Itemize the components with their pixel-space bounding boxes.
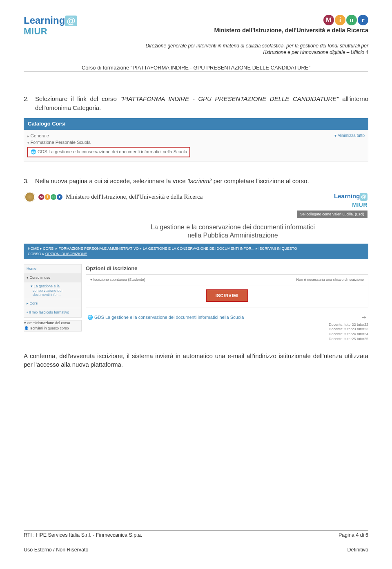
step-3-number: 3.	[24, 177, 31, 186]
page-header: Learning@ MIUR M i u r Ministero dell'Is…	[24, 15, 368, 72]
step-3: 3. Nella nuova pagina a cui si accede, s…	[24, 177, 368, 186]
minimizza-link[interactable]: ▾ Minimizza tutto	[334, 133, 365, 139]
page-footer: RTI : HPE Services Italia S.r.l. - Finme…	[24, 530, 368, 553]
exit-icon[interactable]: ⇥	[362, 313, 367, 321]
ball-i-icon: i	[335, 15, 345, 25]
step-2: 2. Selezionare il link del corso "PIATTA…	[24, 94, 368, 112]
step-3-em: 'Iscrivimi'	[187, 177, 212, 184]
catalogo-header-bar: Catalogo Corsi	[24, 118, 368, 130]
sidebar-item-home[interactable]: Home	[24, 264, 81, 273]
footer-rti: RTI : HPE Services Italia S.r.l. - Finme…	[24, 532, 142, 538]
footer-page-number: Pagina 4 di 6	[339, 532, 368, 538]
step-3-post: per completare l'iscrizione al corso.	[212, 177, 309, 184]
miur-balls-logo: M i u r	[323, 15, 368, 25]
step-3-pre: Nella nuova pagina a cui si accede, sele…	[35, 177, 187, 184]
step-3-text: Nella nuova pagina a cui si accede, sele…	[35, 177, 368, 186]
corso-title-line: Corso di formazione "PIATTAFORMA INDIRE …	[24, 65, 368, 71]
logo-word-learning: Learning	[24, 15, 65, 26]
breadcrumb-line-1: HOME ▸ CORSI ▸ FORMAZIONE PERSONALE AMMI…	[28, 246, 297, 251]
sidebar-sub-gestione[interactable]: ▾ La gestione e la conservazione dei doc…	[24, 282, 81, 299]
sidebar-item-corso-in-uso[interactable]: ▾ Corso in uso	[24, 273, 81, 282]
docente-row: Docente: tutor23 tutor23	[329, 327, 368, 331]
login-status-badge[interactable]: Sei collegato come Valeri Lucilla. (Esci…	[297, 211, 368, 218]
breadcrumb-bar: HOME ▸ CORSI ▸ FORMAZIONE PERSONALE AMMI…	[24, 244, 368, 259]
ball-u-icon: u	[346, 15, 357, 25]
breadcrumb-line-2: CORSO ▸	[28, 252, 45, 256]
footer-uso: Uso Esterno / Non Riservato	[24, 547, 88, 553]
catalogo-screenshot: Catalogo Corsi ▾ Minimizza tutto General…	[24, 118, 368, 162]
opzioni-iscrizione-title: Opzioni di iscrizione	[86, 265, 368, 273]
header-divider	[24, 72, 368, 72]
mini-ball-m-icon: M	[38, 194, 44, 200]
sidebar-item-fascicolo[interactable]: • Il mio fascicolo formativo	[24, 308, 81, 317]
course-page-title: La gestione e la conservazione dei docum…	[24, 222, 368, 244]
sidebar-item-corsi[interactable]: ▸ Corsi	[24, 299, 81, 308]
globe-icon	[31, 149, 38, 154]
sidebar-admin: ▾ Amministrazione del corso 👤 Iscrivimi …	[24, 320, 82, 332]
chiave-iscrizione-note: Non è necessaria una chiave di iscrizion…	[296, 277, 364, 282]
catalogo-highlighted-course[interactable]: GDS La gestione e la conservazione dei d…	[27, 147, 190, 157]
direzione-line-1: Direzione generale per interventi in mat…	[145, 43, 368, 49]
catalogo-item-formazione[interactable]: Formazione Personale Scuola	[27, 139, 365, 146]
document-body: 2. Selezionare il link del corso "PIATTA…	[24, 94, 368, 369]
mini-ball-u-icon: u	[51, 194, 56, 200]
gds-course-link[interactable]: 🌐 GDS La gestione e la conservazione dei…	[87, 314, 244, 321]
docente-row: Docente: tutor24 tutor24	[329, 332, 368, 336]
logo-word-miur: MIUR	[24, 26, 47, 36]
conferma-paragraph: A conferma, dell'avvenuta iscrizione, il…	[24, 352, 368, 370]
republic-emblem-icon	[24, 192, 35, 202]
docenti-list: Docente: tutor22 tutor22 Docente: tutor2…	[86, 323, 368, 342]
docente-row: Docente: tutor22 tutor22	[329, 323, 368, 327]
step-2-pre: Selezionare il link del corso	[35, 95, 120, 102]
iscrizione-screenshot: M i u r Ministero dell'Istruzione, dell'…	[24, 190, 368, 341]
docente-row: Docente: tutor25 tutor25	[329, 337, 368, 341]
catalogo-item-generale[interactable]: Generale	[27, 133, 365, 139]
ministero-script-text: Ministero dell'Istruzione, dell'Universi…	[66, 193, 203, 202]
breadcrumb-current: OPZIONI DI ISCRIZIONE	[45, 252, 87, 256]
mini-miur-balls: M i u r	[38, 194, 62, 200]
logo-at-icon: @	[65, 16, 77, 26]
ball-m-icon: M	[323, 15, 334, 25]
direzione-line-2: l'istruzione e per l'innovazione digital…	[263, 49, 368, 55]
catalogo-course-label: GDS La gestione e la conservazione dei d…	[38, 149, 187, 154]
direzione-paragraph: Direzione generale per interventi in mat…	[24, 43, 368, 56]
globe-icon: 🌐	[87, 315, 94, 320]
step-2-title-italic: "PIATTAFORMA INDIRE - GPU PRESENTAZIONE …	[120, 95, 339, 102]
opzioni-box: ▾ Iscrizione spontanea (Studente) Non è …	[86, 274, 368, 308]
iscrivimi-button[interactable]: ISCRIVIMI	[206, 289, 248, 302]
learning-miur-logo: Learning@ MIUR	[24, 15, 77, 37]
sidebar-item-iscrivimi-corso[interactable]: 👤 Iscrivimi in questo corso	[24, 326, 81, 331]
learning-miur-logo-small: Learning@ MIUR	[297, 192, 368, 209]
sidebar-nav: Home ▾ Corso in uso ▾ La gestione e la c…	[24, 264, 82, 318]
ball-r-icon: r	[358, 15, 368, 25]
footer-definitivo: Definitivo	[347, 547, 368, 553]
step-2-number: 2.	[24, 94, 31, 112]
sidebar-item-amministrazione[interactable]: ▾ Amministrazione del corso	[24, 320, 81, 326]
ministero-title: Ministero dell'Istruzione, dell'Universi…	[214, 27, 368, 34]
mini-ball-i-icon: i	[45, 194, 50, 200]
mini-ball-r-icon: r	[57, 194, 62, 200]
footer-divider	[24, 530, 368, 531]
iscrizione-spontanea-label: ▾ Iscrizione spontanea (Studente)	[90, 277, 145, 282]
step-2-text: Selezionare il link del corso "PIATTAFOR…	[35, 94, 368, 112]
